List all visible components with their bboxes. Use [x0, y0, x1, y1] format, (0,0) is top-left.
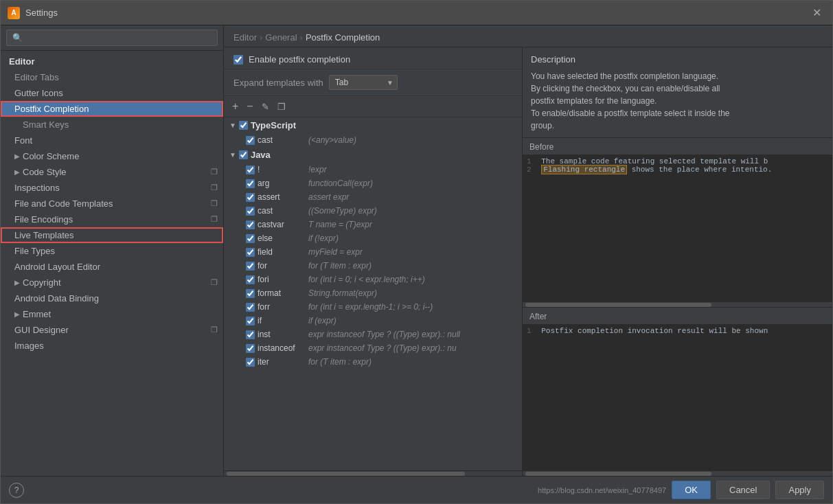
list-item[interactable]: iter for (T item : expr): [224, 355, 522, 369]
arrow-icon: ▶: [14, 168, 20, 176]
description-text: You have selected the postfix completion…: [531, 70, 824, 132]
after-label: After: [523, 308, 832, 324]
java-checkbox[interactable]: [239, 150, 248, 159]
list-item[interactable]: instanceof expr instanceof Type ? ((Type…: [224, 341, 522, 355]
list-item[interactable]: castvar T name = (T)expr: [224, 218, 522, 231]
horizontal-scrollbar[interactable]: [224, 470, 522, 476]
breadcrumb-general: General: [265, 32, 297, 43]
settings-dialog: A Settings ✕ Editor Editor Tabs Gutter I…: [0, 0, 833, 504]
code-line: 2 Flashing rectangle shows the place whe…: [527, 165, 828, 174]
sidebar-item-code-style[interactable]: ▶ Code Style ❐: [1, 164, 223, 180]
sidebar-item-live-templates[interactable]: Live Templates: [1, 227, 223, 243]
sidebar-item-gutter-icons[interactable]: Gutter Icons: [1, 85, 223, 101]
template-checkbox[interactable]: [246, 207, 255, 216]
copy-icon: ❐: [211, 278, 218, 287]
sidebar-item-editor[interactable]: Editor: [1, 54, 223, 69]
list-item[interactable]: field myField = expr: [224, 245, 522, 259]
template-checkbox[interactable]: [246, 136, 255, 145]
enable-label: Enable postfix completion: [249, 54, 350, 65]
dialog-title: Settings: [25, 8, 58, 18]
list-item[interactable]: inst expr instanceof Type ? ((Type) expr…: [224, 328, 522, 341]
template-checkbox[interactable]: [246, 234, 255, 243]
app-icon: A: [8, 7, 20, 19]
breadcrumb: Editor › General › Postfix Completion: [224, 25, 832, 47]
edit-button[interactable]: ✎: [259, 100, 272, 113]
sidebar-item-postfix-completion[interactable]: Postfix Completion: [1, 101, 223, 117]
sidebar-item-smart-keys[interactable]: Smart Keys: [1, 117, 223, 133]
template-checkbox[interactable]: [246, 262, 255, 271]
template-checkbox[interactable]: [246, 317, 255, 325]
copy-icon: ❐: [211, 215, 218, 224]
list-item[interactable]: forr for (int i = expr.length-1; i >= 0;…: [224, 300, 522, 314]
list-item[interactable]: cast (<any>value): [224, 133, 522, 147]
list-item[interactable]: else if (!expr): [224, 231, 522, 245]
template-checkbox[interactable]: [246, 193, 255, 202]
sidebar-item-images[interactable]: Images: [1, 338, 223, 354]
help-button[interactable]: ?: [9, 483, 24, 498]
templates-list: ▼ TypeScript cast (<any>value) ▼: [224, 117, 522, 470]
sidebar-item-copyright[interactable]: ▶ Copyright ❐: [1, 275, 223, 290]
expand-row: Expand templates with Tab Enter Tab or E…: [224, 69, 522, 96]
add-button[interactable]: +: [229, 99, 241, 114]
template-checkbox[interactable]: [246, 248, 255, 257]
dialog-body: Editor Editor Tabs Gutter Icons Postfix …: [1, 25, 832, 476]
template-checkbox[interactable]: [246, 289, 255, 298]
description-panel: Description You have selected the postfi…: [523, 47, 832, 476]
group-java[interactable]: ▼ Java: [224, 147, 522, 163]
breadcrumb-current: Postfix Completion: [306, 32, 380, 43]
template-checkbox[interactable]: [246, 358, 255, 367]
template-checkbox[interactable]: [246, 330, 255, 339]
list-item[interactable]: ! !expr: [224, 163, 522, 176]
list-item[interactable]: fori for (int i = 0; i < expr.length; i+…: [224, 273, 522, 286]
close-button[interactable]: ✕: [808, 5, 825, 21]
search-input[interactable]: [6, 30, 218, 46]
title-bar: A Settings ✕: [1, 1, 832, 25]
template-checkbox[interactable]: [246, 303, 255, 312]
cancel-button[interactable]: Cancel: [716, 481, 770, 499]
scrollbar-thumb: [525, 303, 711, 307]
sidebar-item-file-types[interactable]: File Types: [1, 243, 223, 259]
after-scrollbar[interactable]: [523, 470, 832, 476]
list-item[interactable]: cast ((SomeType) expr): [224, 204, 522, 218]
list-item[interactable]: if if (expr): [224, 314, 522, 328]
template-checkbox[interactable]: [246, 165, 255, 174]
apply-button[interactable]: Apply: [775, 481, 824, 499]
breadcrumb-editor: Editor: [233, 32, 257, 43]
sidebar-item-gui-designer[interactable]: GUI Designer ❐: [1, 322, 223, 338]
template-checkbox[interactable]: [246, 220, 255, 229]
list-item[interactable]: format String.format(expr): [224, 286, 522, 300]
after-code: 1 Postfix completion invocation result w…: [523, 324, 832, 471]
enable-checkbox[interactable]: [233, 55, 243, 65]
sidebar-item-inspections[interactable]: Inspections ❐: [1, 180, 223, 196]
before-scrollbar[interactable]: [523, 301, 832, 307]
list-item[interactable]: arg functionCall(expr): [224, 176, 522, 190]
content-area: Enable postfix completion Expand templat…: [224, 47, 832, 476]
sidebar-item-file-code-templates[interactable]: File and Code Templates ❐: [1, 196, 223, 211]
list-item[interactable]: for for (T item : expr): [224, 259, 522, 273]
list-item[interactable]: assert assert expr: [224, 190, 522, 204]
scrollbar-thumb: [227, 472, 465, 476]
typescript-checkbox[interactable]: [239, 121, 248, 130]
scrollbar-thumb: [525, 472, 711, 476]
ok-button[interactable]: OK: [672, 481, 711, 499]
group-typescript[interactable]: ▼ TypeScript: [224, 117, 522, 133]
remove-button[interactable]: −: [244, 99, 255, 114]
template-checkbox[interactable]: [246, 179, 255, 188]
expand-dropdown[interactable]: Tab Enter Tab or Enter: [329, 75, 398, 90]
template-checkbox[interactable]: [246, 344, 255, 353]
bottom-bar: ? https://blog.csdn.net/weixin_40778497 …: [1, 476, 832, 503]
main-content: Editor › General › Postfix Completion En…: [224, 25, 832, 476]
sidebar-item-android-data-binding[interactable]: Android Data Binding: [1, 290, 223, 306]
sidebar-item-emmet[interactable]: ▶ Emmet: [1, 306, 223, 322]
sidebar-item-color-scheme[interactable]: ▶ Color Scheme: [1, 148, 223, 164]
copy-button[interactable]: ❐: [275, 100, 288, 113]
sidebar-item-file-encodings[interactable]: File Encodings ❐: [1, 211, 223, 227]
template-checkbox[interactable]: [246, 275, 255, 284]
sidebar-item-font[interactable]: Font: [1, 133, 223, 148]
flashing-rectangle: Flashing rectangle: [541, 165, 627, 174]
templates-panel: Enable postfix completion Expand templat…: [224, 47, 523, 476]
copy-icon: ❐: [211, 199, 218, 208]
sidebar-item-android-layout-editor[interactable]: Android Layout Editor: [1, 259, 223, 275]
sidebar-item-editor-tabs[interactable]: Editor Tabs: [1, 69, 223, 85]
before-label: Before: [523, 138, 832, 154]
